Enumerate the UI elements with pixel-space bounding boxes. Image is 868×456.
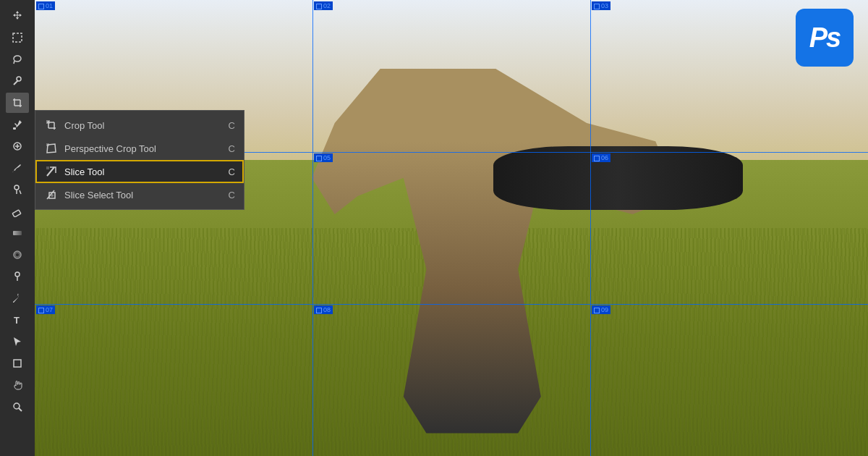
- ps-logo: Ps: [796, 9, 854, 67]
- zoom-icon: [12, 401, 23, 413]
- blur-icon: [12, 249, 23, 261]
- crop-tool-btn[interactable]: [6, 93, 29, 113]
- tool-dropdown-menu: Crop Tool C Perspective Crop Tool C Slic…: [35, 110, 244, 210]
- crop-tool-shortcut: C: [229, 120, 235, 131]
- photo-scene: 01 02 03 04 05 06 07 08: [35, 0, 868, 456]
- dropdown-item-crop[interactable]: Crop Tool C: [35, 114, 244, 137]
- slice-select-menu-icon: [44, 187, 59, 202]
- dropdown-item-slice-tool[interactable]: Slice Tool C: [35, 160, 244, 183]
- gradient-tool[interactable]: [6, 223, 29, 243]
- svg-rect-9: [13, 127, 16, 130]
- svg-rect-23: [14, 360, 21, 367]
- healing-brush-tool[interactable]: [6, 136, 29, 156]
- svg-line-15: [20, 190, 21, 194]
- crop-menu-icon: [44, 118, 59, 132]
- slice-tool-shortcut: C: [229, 166, 235, 177]
- move-icon: [12, 10, 23, 22]
- crop-tool-label: Crop Tool: [64, 120, 104, 131]
- type-icon: T: [12, 314, 23, 326]
- marquee-icon: [12, 32, 23, 43]
- slice-tool-menu-icon: [44, 164, 59, 179]
- hand-icon: [12, 379, 23, 391]
- path-select-icon: [12, 336, 23, 347]
- zoom-tool[interactable]: [6, 397, 29, 417]
- svg-line-2: [14, 61, 14, 64]
- eyedropper-tool[interactable]: [6, 114, 29, 135]
- svg-rect-16: [12, 210, 21, 217]
- crop-icon: [12, 97, 23, 109]
- svg-point-1: [14, 56, 21, 62]
- svg-point-37: [51, 194, 54, 197]
- perspective-crop-label: Perspective Crop Tool: [64, 143, 156, 154]
- eyedropper-icon: [12, 119, 23, 130]
- eraser-icon: [12, 206, 23, 217]
- lasso-icon: [12, 54, 23, 65]
- gradient-icon: [12, 227, 23, 239]
- perspective-crop-shortcut: C: [229, 143, 235, 154]
- eraser-tool[interactable]: [6, 201, 29, 221]
- type-tool[interactable]: T: [6, 310, 29, 330]
- svg-point-4: [17, 77, 21, 81]
- svg-point-24: [14, 403, 20, 409]
- canvas-area: 01 02 03 04 05 06 07 08: [35, 0, 868, 456]
- svg-rect-32: [46, 143, 49, 146]
- marquee-tool[interactable]: [6, 28, 29, 48]
- brush-icon: [12, 162, 23, 174]
- brush-tool[interactable]: [6, 158, 29, 178]
- camera-lens: [493, 146, 744, 210]
- svg-rect-0: [13, 33, 22, 42]
- svg-point-13: [14, 185, 19, 190]
- lasso-tool[interactable]: [6, 49, 29, 69]
- clone-stamp-tool[interactable]: [6, 180, 29, 200]
- ps-logo-text: Ps: [809, 22, 840, 54]
- slice-select-shortcut: C: [229, 190, 235, 200]
- pen-icon: [12, 292, 23, 304]
- perspective-crop-menu-icon: [44, 141, 59, 156]
- dropdown-item-perspective-crop[interactable]: Perspective Crop Tool C: [35, 137, 244, 160]
- blur-tool[interactable]: [6, 245, 29, 265]
- dodge-icon: [12, 271, 23, 282]
- clone-icon: [12, 184, 23, 195]
- slice-tool-label: Slice Tool: [64, 166, 104, 177]
- move-tool[interactable]: [6, 6, 29, 26]
- slice-select-label: Slice Select Tool: [64, 190, 133, 200]
- dropdown-item-slice-select[interactable]: Slice Select Tool C: [35, 183, 244, 206]
- pen-tool[interactable]: [6, 288, 29, 308]
- svg-rect-34: [46, 166, 49, 169]
- svg-point-20: [15, 272, 20, 276]
- wand-icon: [12, 75, 23, 87]
- svg-line-25: [19, 408, 22, 411]
- dodge-tool[interactable]: [6, 266, 29, 287]
- path-selection-tool[interactable]: [6, 332, 29, 352]
- shape-tool[interactable]: [6, 353, 29, 373]
- toolbar: T: [0, 0, 35, 456]
- healing-icon: [12, 140, 23, 152]
- shape-icon: [12, 358, 23, 369]
- svg-text:T: T: [14, 315, 20, 326]
- svg-rect-17: [13, 231, 22, 235]
- hand-tool[interactable]: [6, 375, 29, 395]
- svg-point-19: [15, 253, 20, 257]
- quick-selection-tool[interactable]: [6, 71, 29, 91]
